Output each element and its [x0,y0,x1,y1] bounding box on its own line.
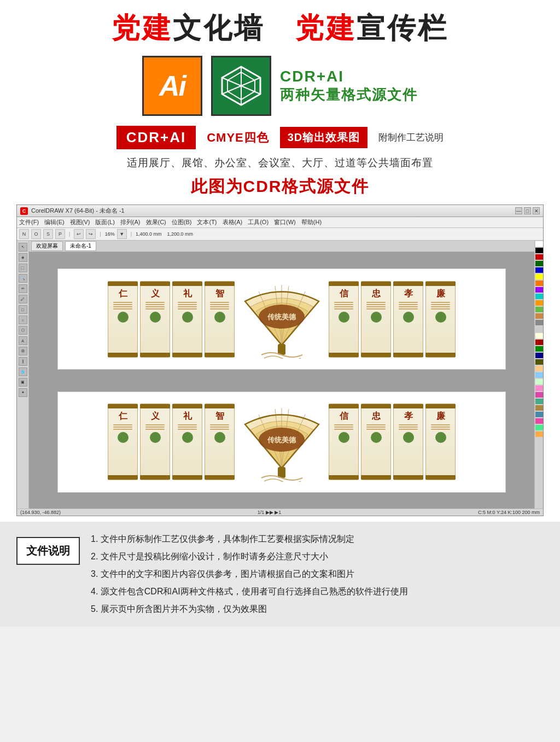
tool-table[interactable]: ⊞ [19,347,27,355]
color-darkyellow[interactable] [535,359,543,365]
color-mauve[interactable] [535,392,543,398]
toolbar-open[interactable]: O [31,229,41,239]
color-lightgray[interactable] [535,326,543,332]
menu-tools[interactable]: 工具(O) [248,218,269,226]
fan-center-1: 传统美德 [238,278,325,360]
design-row-1: 仁 [57,268,506,370]
toolbar-undo[interactable]: ↩ [74,229,84,239]
line [178,302,197,303]
scroll-bottom [329,475,359,480]
color-medgreen[interactable] [535,425,543,430]
cdr-tab-welcome[interactable]: 欢迎屏幕 [31,241,63,251]
scroll-char-ren: 仁 [119,288,127,300]
scroll-bottom [140,353,170,357]
line [399,429,418,430]
color-pink[interactable] [535,385,543,391]
menu-table[interactable]: 表格(A) [223,218,243,226]
scroll-ren-1: 仁 [108,281,138,358]
scroll-decoration [435,312,446,323]
toolbar-redo[interactable]: ↪ [86,229,96,239]
color-darkblue[interactable] [535,353,543,358]
menu-view[interactable]: 视图(V) [70,218,90,226]
tool-polygon[interactable]: ⬡ [19,326,27,335]
color-lightgreen[interactable] [535,379,543,384]
scroll-bottom [361,353,391,357]
toolbar-size-label2: 1,200.0 mm [167,231,194,237]
tool-parallel[interactable]: ∥ [19,357,27,366]
scroll-top [329,404,359,408]
color-orchid[interactable] [535,418,543,424]
menu-text[interactable]: 文本(T) [197,218,217,226]
line [178,426,197,428]
line [210,424,229,425]
color-tan[interactable] [535,405,543,411]
color-black[interactable] [535,248,543,253]
color-darkred[interactable] [535,340,543,345]
color-white[interactable] [535,241,543,247]
line [178,429,197,430]
tool-ellipse[interactable]: ○ [19,316,27,324]
color-teal[interactable] [535,399,543,404]
line [334,429,353,430]
color-green[interactable] [535,261,543,266]
color-skyblue[interactable] [535,372,543,378]
tool-artpen[interactable]: 🖊 [19,295,27,303]
close-btn[interactable]: ✕ [533,207,540,214]
tool-text[interactable]: A [19,336,27,345]
menu-edit[interactable]: 编辑(E) [44,218,65,226]
tool-outline[interactable]: ✦ [19,388,27,397]
ai-icon: Ai [142,56,202,116]
menu-layout[interactable]: 版面(L) [95,218,114,226]
color-olive[interactable] [535,307,543,312]
tool-eyedropper[interactable]: 💧 [19,367,27,376]
color-brown[interactable] [535,313,543,319]
cdr-tab-document[interactable]: 未命名-1 [65,241,96,251]
color-gray[interactable] [535,320,543,325]
scroll-top [108,282,138,286]
color-steelblue[interactable] [535,412,543,417]
color-cream[interactable] [535,333,543,338]
tool-rect[interactable]: □ [19,305,27,314]
window-buttons[interactable]: — □ ✕ [515,207,540,214]
menu-effects[interactable]: 效果(C) [146,218,166,226]
minimize-btn[interactable]: — [515,207,522,214]
line [210,306,229,307]
color-cyan[interactable] [535,294,543,299]
menu-file[interactable]: 文件(F) [19,218,39,226]
menu-help[interactable]: 帮助(H) [301,218,322,226]
toolbar-print[interactable]: P [55,229,65,239]
tool-crop[interactable]: ⬚ [19,264,27,272]
color-blue[interactable] [535,267,543,273]
scroll-char-zhong: 忠 [372,288,381,300]
color-gold[interactable] [535,431,543,437]
scroll-decoration2 [339,432,349,443]
color-darkgreen[interactable] [535,346,543,352]
tool-fill[interactable]: ▣ [19,378,27,387]
cdr-titlebar-left: C CorelDRAW X7 (64-Bit) - 未命名 -1 [20,207,125,215]
toolbar-save[interactable]: S [43,229,53,239]
tool-shape[interactable]: ◈ [19,253,27,262]
line [399,302,418,303]
scroll-lines [431,302,450,309]
color-red[interactable] [535,254,543,260]
statusbar-coords: (164.930, -46.882) [20,510,61,515]
color-purple[interactable] [535,287,543,293]
title-red-1: 党建 [112,12,173,44]
tool-select[interactable]: ↖ [19,243,27,252]
tool-zoom[interactable]: 🔍 [19,274,27,283]
menu-window[interactable]: 窗口(W) [274,218,296,226]
color-amber[interactable] [535,300,543,306]
menu-arrange[interactable]: 排列(A) [120,218,141,226]
scroll-char-xiao: 孝 [404,288,413,300]
line [210,308,229,309]
color-peach[interactable] [535,366,543,371]
line [366,429,386,430]
color-yellow[interactable] [535,274,543,279]
tool-freehand[interactable]: ✏ [19,284,27,293]
color-orange[interactable] [535,281,543,286]
toolbar-zoom-dropdown[interactable]: ▼ [117,229,127,239]
toolbar-new[interactable]: N [19,229,29,239]
menu-bitmap[interactable]: 位图(B) [172,218,192,226]
cdr-window-title: CorelDRAW X7 (64-Bit) - 未命名 -1 [31,207,125,215]
maximize-btn[interactable]: □ [524,207,531,214]
